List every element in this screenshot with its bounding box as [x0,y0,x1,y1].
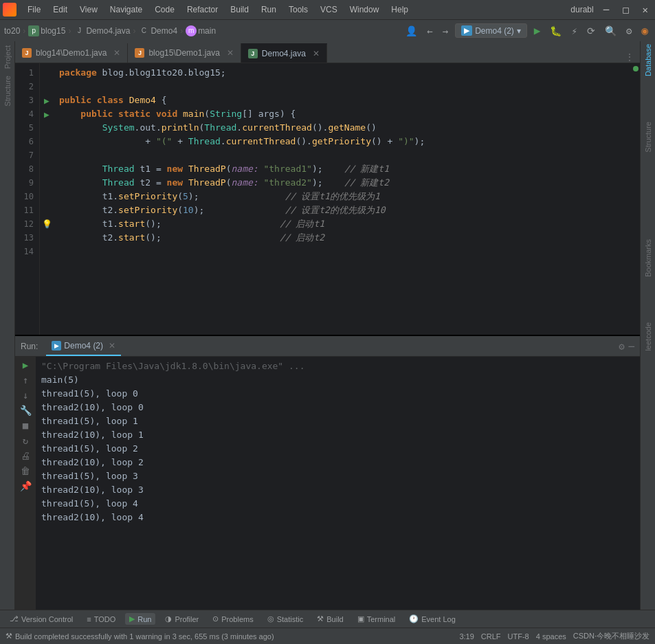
sidebar-project[interactable]: Project [2,44,13,70]
console-down-btn[interactable]: ↓ [23,390,28,401]
toolbar-statistic[interactable]: ◎ Statistic [263,613,308,625]
console-line-main: main(5) [41,373,634,387]
nav-user-btn[interactable]: 👤 [403,24,420,38]
console-rerun-btn[interactable]: ↻ [23,435,28,446]
sidebar-structure[interactable]: Structure [2,74,13,108]
menu-view[interactable]: View [74,3,103,16]
menu-build[interactable]: Build [225,3,254,16]
tab-close-blog14[interactable]: ✕ [113,48,120,58]
line-num-3: 3 [15,93,39,107]
menu-file[interactable]: File [22,3,46,16]
run-settings-btn[interactable]: ⚙ [619,341,624,352]
menu-vcs[interactable]: VCS [315,3,343,16]
fn-currentThread-5: currentThread [242,121,312,135]
console-clear-btn[interactable]: 🗑 [21,465,30,476]
run-gutter-icon-3[interactable]: ▶ [44,96,49,106]
menu-refactor[interactable]: Refactor [181,3,223,16]
toolbar-problems[interactable]: ⊙ Problems [208,613,257,625]
tab-demo1-blog14[interactable]: J blog14\Demo1.java ✕ [15,43,128,63]
console-line-t1-0: thread1(5), loop 0 [41,387,634,401]
profile-button[interactable]: ⟳ [584,24,598,38]
console-output[interactable]: "C:\Program Files\Java\jdk1.8.0\bin\java… [36,357,640,610]
menu-navigate[interactable]: Navigate [104,3,148,16]
console-stop-btn[interactable]: ■ [23,420,28,431]
line-num-11: 11 [15,203,39,217]
console-run-btn[interactable]: ▶ [23,359,28,370]
settings-button[interactable]: ⚙ [623,24,634,38]
console-pin-btn[interactable]: 📌 [20,480,32,491]
menu-window[interactable]: Window [344,3,385,16]
status-position[interactable]: 3:19 [459,632,474,641]
run-icon: ▶ [129,614,135,623]
search-button[interactable]: 🔍 [602,24,619,38]
status-spaces[interactable]: 4 spaces [536,632,566,641]
nav-back-btn[interactable]: ← [424,24,435,38]
run-minimize-btn[interactable]: ─ [629,341,634,352]
tab-options-btn[interactable]: ⋮ [625,52,634,63]
run-button[interactable]: ▶ [531,23,544,38]
toolbar-eventlog[interactable]: 🕐 Event Log [405,613,460,625]
menu-tools[interactable]: Tools [283,3,313,16]
run-tab-close[interactable]: ✕ [109,341,115,351]
console-line-t1-3: thread1(5), loop 3 [41,469,634,483]
line-num-12: 12 [15,217,39,231]
menu-help[interactable]: Help [386,3,414,16]
sidebar-bookmarks[interactable]: Bookmarks [644,239,652,277]
debug-button[interactable]: 🐛 [547,24,564,38]
gutter-3-run[interactable]: ▶ [40,93,54,107]
toolbar-profiler[interactable]: ◑ Profiler [161,613,203,625]
problems-label: Problems [221,615,253,623]
breadcrumb-blog15[interactable]: blog15 [41,26,65,36]
plugins-button[interactable]: ◉ [639,23,651,38]
sidebar-database[interactable]: Database [644,44,652,76]
tab-demo4[interactable]: J Demo4.java ✕ [241,43,327,63]
tab-demo1-blog15[interactable]: J blog15\Demo1.java ✕ [128,43,241,63]
close-button[interactable]: ✕ [639,3,652,16]
status-encoding[interactable]: UTF-8 [508,632,529,641]
sidebar-structure-right[interactable]: Structure [644,122,652,153]
num-10: 10 [183,203,194,217]
gutter-4-run[interactable]: ▶ [40,107,54,121]
toolbar-build[interactable]: ⚒ Build [313,613,347,625]
terminal-label: Terminal [367,615,396,623]
toolbar-vcs[interactable]: ⎇ Version Control [5,613,77,625]
var-t2-11: t2 [102,203,113,217]
console-line-t1-4: thread1(5), loop 4 [41,497,634,511]
console-wrench-btn[interactable]: 🔧 [20,405,32,416]
bulb-icon[interactable]: 💡 [42,219,52,229]
toolbar-todo[interactable]: ≡ TODO [82,614,120,625]
console-print-btn[interactable]: 🖨 [21,450,30,461]
console-line-t1-2: thread1(5), loop 2 [41,442,634,456]
coverage-button[interactable]: ⚡ [568,24,579,38]
comment-12: // 启动t1 [280,217,324,231]
right-gutter [633,63,640,335]
breadcrumb-demo4java[interactable]: Demo4.java [86,26,130,36]
breadcrumb-demo4[interactable]: Demo4 [151,26,177,36]
console-up-btn[interactable]: ↑ [23,375,28,386]
str-open-paren: "(" [156,135,172,148]
menu-code[interactable]: Code [149,3,180,16]
run-tab-demo4[interactable]: ▶ Demo4 (2) ✕ [46,337,121,356]
breadcrumb-demo4-icon: C [138,25,149,36]
code-content[interactable]: package blog.blog11to20.blog15; public c… [54,63,633,335]
code-line-4: public static void main ( String [] args… [59,107,633,121]
code-line-2 [59,80,633,93]
code-editor[interactable]: 1 2 3 4 5 6 7 8 9 10 11 12 13 14 [15,63,640,335]
tab-close-blog15[interactable]: ✕ [227,48,234,58]
run-config-selector[interactable]: ▶ Demo4 (2) ▾ [455,23,527,38]
maximize-button[interactable]: □ [619,3,632,16]
status-crlf[interactable]: CRLF [481,632,501,641]
toolbar-terminal[interactable]: ▣ Terminal [353,613,400,625]
nav-forward-btn[interactable]: → [440,24,451,38]
menu-run[interactable]: Run [256,3,282,16]
run-gutter-icon-4[interactable]: ▶ [44,109,49,120]
breadcrumb-main[interactable]: main [198,26,216,36]
sidebar-leetcode[interactable]: leetcode [644,322,652,351]
menu-edit[interactable]: Edit [47,3,73,16]
gutter-12-bulb[interactable]: 💡 [40,217,54,231]
tab-close-demo4[interactable]: ✕ [313,49,320,58]
app-icon [3,3,16,16]
minimize-button[interactable]: ─ [599,3,613,16]
toolbar-run[interactable]: ▶ Run [125,613,155,625]
breadcrumb-to20[interactable]: to20 [4,26,20,36]
